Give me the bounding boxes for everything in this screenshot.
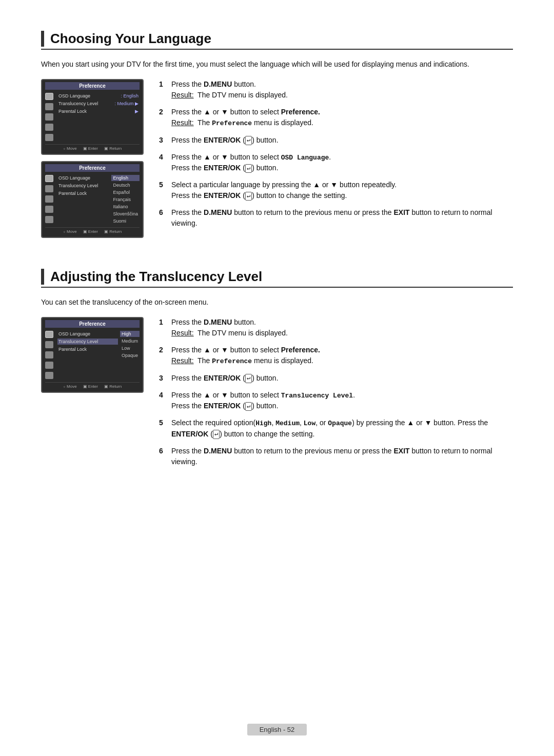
section2-divider: [41, 287, 513, 288]
section2-steps-list: 1 Press the D.MENU button. Result: The D…: [159, 317, 513, 467]
step1-4: 4 Press the ▲ or ▼ button to select OSD …: [159, 152, 513, 174]
lang-english: English: [111, 175, 140, 181]
section1-steps: 1 Press the D.MENU button. Result: The D…: [159, 79, 513, 235]
lang-italiano: Italiano: [111, 204, 140, 210]
section1-content: Preference OSD Language : En: [41, 79, 513, 238]
step1-3: 3 Press the ENTER/OK (↵) button.: [159, 135, 513, 146]
trans-opaque: Opaque: [120, 352, 140, 359]
screen3-parental-row: Parental Lock: [57, 346, 118, 352]
screen3-footer: ⬦ Move ▣ Enter ▣ Return: [45, 382, 140, 389]
screen1-footer: ⬦ Move ▣ Enter ▣ Return: [45, 144, 140, 151]
screen1-body: OSD Language : English Translucency Leve…: [45, 93, 140, 141]
section1-intro: When you start using your DTV for the fi…: [41, 59, 513, 70]
screen1-menu: OSD Language : English Translucency Leve…: [57, 93, 140, 141]
icon2c: [45, 341, 53, 348]
screen1-row2: Translucency Level : Medium ▶: [57, 101, 140, 107]
section1-screen2: Preference OSD Language: [41, 161, 144, 238]
screen3-title: Preference: [45, 320, 140, 328]
section-choosing-language: Choosing Your Language When you start us…: [41, 31, 513, 238]
trans-medium: Medium: [120, 338, 140, 344]
icon5: [45, 134, 53, 141]
language-list: English Deutsch Español Français Italian…: [111, 175, 140, 224]
section1-screen1: Preference OSD Language : En: [41, 79, 144, 155]
icon4: [45, 124, 53, 131]
step1-5: 5 Select a particular language by pressi…: [159, 180, 513, 201]
footer-text: English - 52: [247, 724, 307, 735]
section2-screen: Preference OSD Language: [41, 317, 144, 393]
step2-5: 5 Select the required option(High, Mediu…: [159, 417, 513, 440]
lang-francais: Français: [111, 196, 140, 203]
step2-4: 4 Press the ▲ or ▼ button to select Tran…: [159, 390, 513, 412]
screen3-menu: OSD Language Translucency Level Parental…: [57, 331, 118, 379]
icon3c: [45, 351, 53, 359]
screen2-title: Preference: [45, 164, 140, 172]
translucency-list: High Medium Low Opaque: [120, 331, 140, 379]
trans-high: High: [120, 331, 140, 337]
section1-title: Choosing Your Language: [41, 31, 513, 47]
step2-1: 1 Press the D.MENU button. Result: The D…: [159, 317, 513, 339]
step2-6: 6 Press the D.MENU button to return to t…: [159, 446, 513, 467]
step2-2: 2 Press the ▲ or ▼ button to select Pref…: [159, 345, 513, 367]
screen2-osd-row: OSD Language: [57, 175, 109, 181]
step1-2: 2 Press the ▲ or ▼ button to select Pref…: [159, 107, 513, 129]
screen1-row3: Parental Lock ▶: [57, 108, 140, 114]
section-translucency: Adjusting the Translucency Level You can…: [41, 269, 513, 473]
lang-suomi: Suomi: [111, 218, 140, 224]
screen2-menu: OSD Language Translucency Level Parental…: [57, 175, 109, 224]
screen2-body: OSD Language Translucency Level Parental…: [45, 175, 140, 224]
icon4b: [45, 206, 53, 213]
icon2b: [45, 185, 53, 192]
screen3-trans-row: Translucency Level: [57, 339, 118, 345]
icon5b: [45, 216, 53, 223]
icon4c: [45, 362, 53, 369]
trans-low: Low: [120, 345, 140, 351]
icon1: [45, 93, 53, 100]
icon3: [45, 113, 53, 121]
screen2-trans-row: Translucency Level: [57, 183, 109, 189]
lang-deutsch: Deutsch: [111, 182, 140, 188]
screen2-parental-row: Parental Lock: [57, 190, 109, 196]
icon3b: [45, 195, 53, 203]
screen3-icons: [45, 331, 53, 379]
section2-intro: You can set the translucency of the on-s…: [41, 297, 513, 308]
screen1-row1: OSD Language : English: [57, 93, 140, 99]
screen2-footer: ⬦ Move ▣ Enter ▣ Return: [45, 227, 140, 234]
icon2: [45, 103, 53, 110]
section2-screens: Preference OSD Language: [41, 317, 144, 393]
screen3-osd-row: OSD Language: [57, 331, 118, 337]
section1-screens: Preference OSD Language : En: [41, 79, 144, 238]
icon5c: [45, 372, 53, 379]
icon1c: [45, 331, 53, 338]
lang-slovenscina: Slovenščina: [111, 211, 140, 217]
section2-steps: 1 Press the D.MENU button. Result: The D…: [159, 317, 513, 473]
step2-3: 3 Press the ENTER/OK (↵) button.: [159, 373, 513, 384]
screen1-icons: [45, 93, 53, 141]
section1-divider: [41, 49, 513, 50]
step1-1: 1 Press the D.MENU button. Result: The D…: [159, 79, 513, 101]
screen2-icons: [45, 175, 53, 224]
screen3-body: OSD Language Translucency Level Parental…: [45, 331, 140, 379]
section2-title: Adjusting the Translucency Level: [41, 269, 513, 285]
lang-espanol: Español: [111, 189, 140, 195]
screen1-title: Preference: [45, 82, 140, 90]
section1-steps-list: 1 Press the D.MENU button. Result: The D…: [159, 79, 513, 229]
page-footer: English - 52: [0, 724, 554, 735]
icon1b: [45, 175, 53, 182]
step1-6: 6 Press the D.MENU button to return to t…: [159, 207, 513, 229]
section2-content: Preference OSD Language: [41, 317, 513, 473]
